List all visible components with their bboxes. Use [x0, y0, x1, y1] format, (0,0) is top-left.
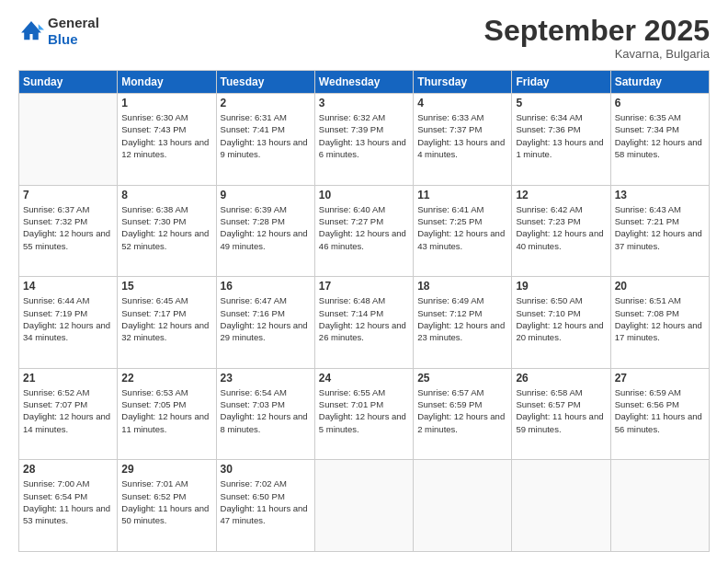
day-info: Sunrise: 6:50 AM Sunset: 7:10 PM Dayligh…	[516, 294, 606, 343]
header-wednesday: Wednesday	[314, 71, 413, 94]
day-info: Sunrise: 6:34 AM Sunset: 7:36 PM Dayligh…	[516, 111, 606, 160]
calendar-cell: 28Sunrise: 7:00 AM Sunset: 6:54 PM Dayli…	[19, 460, 118, 552]
day-number: 3	[319, 97, 409, 109]
title-block: September 2025 Kavarna, Bulgaria	[484, 15, 710, 61]
day-number: 25	[417, 372, 507, 385]
day-number: 21	[23, 372, 113, 385]
svg-marker-1	[39, 24, 44, 29]
calendar-cell: 14Sunrise: 6:44 AM Sunset: 7:19 PM Dayli…	[19, 277, 118, 369]
calendar-week-4: 28Sunrise: 7:00 AM Sunset: 6:54 PM Dayli…	[19, 460, 710, 552]
header: General Blue September 2025 Kavarna, Bul…	[18, 15, 710, 61]
calendar-cell: 17Sunrise: 6:48 AM Sunset: 7:14 PM Dayli…	[314, 277, 413, 369]
day-info: Sunrise: 6:58 AM Sunset: 6:57 PM Dayligh…	[516, 386, 606, 435]
calendar-cell: 9Sunrise: 6:39 AM Sunset: 7:28 PM Daylig…	[216, 185, 314, 277]
day-number: 4	[417, 97, 507, 109]
day-number: 6	[615, 97, 705, 109]
calendar-cell: 20Sunrise: 6:51 AM Sunset: 7:08 PM Dayli…	[610, 277, 709, 369]
day-number: 8	[121, 189, 211, 201]
day-number: 23	[221, 372, 311, 385]
day-number: 28	[23, 463, 113, 476]
day-number: 19	[516, 280, 606, 293]
calendar-cell: 30Sunrise: 7:02 AM Sunset: 6:50 PM Dayli…	[216, 460, 314, 552]
calendar-cell: 22Sunrise: 6:53 AM Sunset: 7:05 PM Dayli…	[118, 368, 216, 460]
day-number: 9	[221, 189, 311, 201]
calendar-cell: 6Sunrise: 6:35 AM Sunset: 7:34 PM Daylig…	[610, 94, 709, 186]
calendar-cell: 16Sunrise: 6:47 AM Sunset: 7:16 PM Dayli…	[216, 277, 314, 369]
day-info: Sunrise: 6:53 AM Sunset: 7:05 PM Dayligh…	[121, 386, 211, 435]
header-sunday: Sunday	[19, 71, 118, 94]
day-info: Sunrise: 6:54 AM Sunset: 7:03 PM Dayligh…	[221, 386, 311, 435]
page: General Blue September 2025 Kavarna, Bul…	[0, 0, 728, 563]
calendar-cell	[414, 460, 512, 552]
day-number: 13	[615, 189, 705, 201]
day-number: 14	[23, 280, 113, 293]
header-thursday: Thursday	[414, 71, 512, 94]
day-info: Sunrise: 6:30 AM Sunset: 7:43 PM Dayligh…	[121, 111, 211, 160]
day-number: 27	[615, 372, 705, 385]
day-info: Sunrise: 6:47 AM Sunset: 7:16 PM Dayligh…	[221, 294, 311, 343]
calendar-header-row: Sunday Monday Tuesday Wednesday Thursday…	[19, 71, 710, 94]
day-number: 11	[417, 189, 507, 201]
calendar-cell: 3Sunrise: 6:32 AM Sunset: 7:39 PM Daylig…	[314, 94, 413, 186]
header-monday: Monday	[118, 71, 216, 94]
day-number: 17	[319, 280, 409, 293]
day-info: Sunrise: 6:45 AM Sunset: 7:17 PM Dayligh…	[121, 294, 211, 343]
day-number: 20	[615, 280, 705, 293]
svg-marker-0	[21, 21, 41, 40]
day-info: Sunrise: 6:52 AM Sunset: 7:07 PM Dayligh…	[23, 386, 113, 435]
calendar-week-1: 7Sunrise: 6:37 AM Sunset: 7:32 PM Daylig…	[19, 185, 710, 277]
day-info: Sunrise: 6:35 AM Sunset: 7:34 PM Dayligh…	[615, 111, 705, 160]
calendar-cell: 7Sunrise: 6:37 AM Sunset: 7:32 PM Daylig…	[19, 185, 118, 277]
calendar-cell: 5Sunrise: 6:34 AM Sunset: 7:36 PM Daylig…	[512, 94, 610, 186]
calendar-cell: 8Sunrise: 6:38 AM Sunset: 7:30 PM Daylig…	[118, 185, 216, 277]
calendar-cell: 25Sunrise: 6:57 AM Sunset: 6:59 PM Dayli…	[414, 368, 512, 460]
logo: General Blue	[18, 15, 99, 48]
logo-icon	[18, 18, 44, 44]
day-number: 2	[221, 97, 311, 109]
day-info: Sunrise: 6:32 AM Sunset: 7:39 PM Dayligh…	[319, 111, 409, 160]
day-number: 15	[121, 280, 211, 293]
day-info: Sunrise: 6:51 AM Sunset: 7:08 PM Dayligh…	[615, 294, 705, 343]
calendar-cell: 21Sunrise: 6:52 AM Sunset: 7:07 PM Dayli…	[19, 368, 118, 460]
header-friday: Friday	[512, 71, 610, 94]
day-number: 1	[121, 97, 211, 109]
calendar-cell: 23Sunrise: 6:54 AM Sunset: 7:03 PM Dayli…	[216, 368, 314, 460]
day-info: Sunrise: 6:55 AM Sunset: 7:01 PM Dayligh…	[319, 386, 409, 435]
calendar-week-3: 21Sunrise: 6:52 AM Sunset: 7:07 PM Dayli…	[19, 368, 710, 460]
header-saturday: Saturday	[610, 71, 709, 94]
day-info: Sunrise: 6:48 AM Sunset: 7:14 PM Dayligh…	[319, 294, 409, 343]
header-tuesday: Tuesday	[216, 71, 314, 94]
day-info: Sunrise: 6:33 AM Sunset: 7:37 PM Dayligh…	[417, 111, 507, 160]
calendar: Sunday Monday Tuesday Wednesday Thursday…	[18, 70, 710, 552]
calendar-cell	[512, 460, 610, 552]
day-number: 16	[221, 280, 311, 293]
calendar-cell: 27Sunrise: 6:59 AM Sunset: 6:56 PM Dayli…	[610, 368, 709, 460]
day-info: Sunrise: 6:41 AM Sunset: 7:25 PM Dayligh…	[417, 203, 507, 252]
day-number: 24	[319, 372, 409, 385]
day-info: Sunrise: 7:00 AM Sunset: 6:54 PM Dayligh…	[23, 477, 113, 526]
day-info: Sunrise: 6:42 AM Sunset: 7:23 PM Dayligh…	[516, 203, 606, 252]
calendar-cell: 12Sunrise: 6:42 AM Sunset: 7:23 PM Dayli…	[512, 185, 610, 277]
day-number: 18	[417, 280, 507, 293]
calendar-cell: 18Sunrise: 6:49 AM Sunset: 7:12 PM Dayli…	[414, 277, 512, 369]
day-info: Sunrise: 6:43 AM Sunset: 7:21 PM Dayligh…	[615, 203, 705, 252]
day-info: Sunrise: 6:31 AM Sunset: 7:41 PM Dayligh…	[221, 111, 311, 160]
day-info: Sunrise: 6:37 AM Sunset: 7:32 PM Dayligh…	[23, 203, 113, 252]
day-info: Sunrise: 6:44 AM Sunset: 7:19 PM Dayligh…	[23, 294, 113, 343]
calendar-cell: 11Sunrise: 6:41 AM Sunset: 7:25 PM Dayli…	[414, 185, 512, 277]
month-title: September 2025	[484, 15, 710, 47]
day-number: 30	[221, 463, 311, 476]
day-info: Sunrise: 6:57 AM Sunset: 6:59 PM Dayligh…	[417, 386, 507, 435]
day-number: 12	[516, 189, 606, 201]
calendar-cell: 19Sunrise: 6:50 AM Sunset: 7:10 PM Dayli…	[512, 277, 610, 369]
day-info: Sunrise: 6:38 AM Sunset: 7:30 PM Dayligh…	[121, 203, 211, 252]
day-info: Sunrise: 7:01 AM Sunset: 6:52 PM Dayligh…	[121, 477, 211, 526]
calendar-cell: 10Sunrise: 6:40 AM Sunset: 7:27 PM Dayli…	[314, 185, 413, 277]
calendar-cell	[610, 460, 709, 552]
calendar-cell	[314, 460, 413, 552]
calendar-week-0: 1Sunrise: 6:30 AM Sunset: 7:43 PM Daylig…	[19, 94, 710, 186]
calendar-cell: 4Sunrise: 6:33 AM Sunset: 7:37 PM Daylig…	[414, 94, 512, 186]
calendar-cell: 24Sunrise: 6:55 AM Sunset: 7:01 PM Dayli…	[314, 368, 413, 460]
calendar-cell: 2Sunrise: 6:31 AM Sunset: 7:41 PM Daylig…	[216, 94, 314, 186]
calendar-cell: 15Sunrise: 6:45 AM Sunset: 7:17 PM Dayli…	[118, 277, 216, 369]
